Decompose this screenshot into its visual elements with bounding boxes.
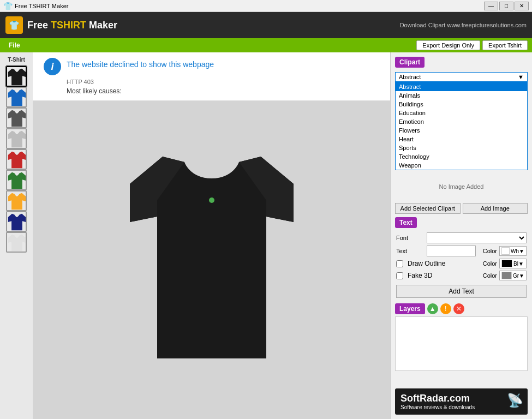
menu-bar: File Export Design Only Export Tshirt [0, 38, 532, 52]
satellite-icon: 📡 [507, 393, 523, 408]
tshirt-display [108, 129, 315, 391]
menu-buttons: Export Design Only Export Tshirt [416, 40, 528, 50]
clipart-category-dropdown[interactable]: Abstract ▼ [395, 72, 528, 82]
text-section: Text Font Arial Times New Roman Text Col… [395, 217, 528, 300]
logo-tshirt: TSHIRT [51, 20, 86, 31]
watermark-title: SoftRadar.com [401, 393, 522, 404]
header-url: www.freepicturesolutions.com [447, 22, 527, 28]
clipart-category-education[interactable]: Education [396, 109, 527, 117]
main-content: T-Shirt i The website declined to show t… [0, 52, 532, 419]
error-title: The website declined to show this webpag… [67, 60, 214, 69]
fake3d-color-label: Color [478, 272, 497, 279]
clipart-buttons: Add Selected Clipart Add Image [395, 203, 528, 214]
watermark-subtitle: Software reviews & downloads [401, 404, 522, 410]
clipart-selected-value: Abstract [399, 74, 421, 80]
export-tshirt-button[interactable]: Export Tshirt [482, 40, 528, 50]
layer-delete-button[interactable]: ✕ [453, 303, 464, 314]
error-sub: HTTP 403 [67, 79, 379, 85]
chevron-down-icon: ▼ [518, 74, 524, 80]
add-image-button[interactable]: Add Image [463, 203, 528, 214]
no-image-text: No Image Added [395, 172, 528, 201]
tshirt-svg [119, 146, 304, 375]
clipart-section: Clipart Abstract ▼ AbstractAnimalsBuildi… [395, 57, 528, 214]
right-panel: Clipart Abstract ▼ AbstractAnimalsBuildi… [390, 52, 532, 419]
window-controls: — □ ✕ [484, 2, 529, 10]
draw-outline-checkbox[interactable] [396, 260, 403, 267]
export-design-button[interactable]: Export Design Only [416, 40, 480, 50]
fake3d-row: Fake 3D Color Gr ▼ [396, 271, 527, 280]
logo-free: Free [27, 20, 51, 31]
tshirt-color-swatch-light gray[interactable] [6, 128, 27, 149]
tshirt-color-swatch-blue[interactable] [6, 87, 27, 107]
tshirt-color-swatch-yellow[interactable] [6, 190, 27, 211]
maximize-button[interactable]: □ [499, 2, 513, 10]
tshirt-color-swatch-red[interactable] [6, 149, 27, 170]
outline-color-selector[interactable]: Bl ▼ [499, 259, 527, 268]
title-bar: 👕 Free TSHIRT Maker — □ ✕ [0, 0, 532, 12]
text-color-preview [501, 247, 510, 255]
tshirt-color-swatch-gray[interactable] [6, 107, 27, 128]
browser-error: i The website declined to show this webp… [33, 52, 390, 101]
logo-icon: 👕 [5, 16, 23, 34]
color-swatches [6, 66, 27, 253]
fake3d-color-selector[interactable]: Gr ▼ [499, 271, 527, 280]
svg-point-0 [209, 197, 214, 203]
error-detail: Most likely causes: [67, 87, 379, 95]
clipart-category-animals[interactable]: Animals [396, 91, 527, 100]
close-button[interactable]: ✕ [515, 2, 529, 10]
title-text: Free TSHIRT Maker [15, 3, 68, 9]
tshirt-color-swatch-green[interactable] [6, 170, 27, 190]
outline-color-chevron: ▼ [518, 261, 524, 267]
logo-maker: Maker [86, 20, 117, 31]
clipart-category-technology[interactable]: Technology [396, 152, 527, 161]
app-title: 👕 Free TSHIRT Maker [3, 2, 68, 10]
text-label: Text [396, 248, 425, 254]
fake3d-color-chevron: ▼ [519, 273, 524, 279]
clipart-category-sports[interactable]: Sports [396, 143, 527, 152]
font-select[interactable]: Arial Times New Roman [427, 232, 527, 243]
download-clipart-link[interactable]: Download Clipart [400, 22, 446, 28]
canvas-area: i The website declined to show this webp… [33, 52, 390, 419]
clipart-category-heart[interactable]: Heart [396, 135, 527, 143]
font-label: Font [396, 235, 425, 241]
tshirt-color-swatch-black[interactable] [6, 66, 27, 87]
layers-content [395, 316, 528, 371]
logo-text: Free TSHIRT Maker [27, 20, 117, 31]
clipart-category-weapon[interactable]: Weapon [396, 161, 527, 170]
layers-header: Layers ▲ ! ✕ [395, 303, 528, 314]
tshirt-canvas [33, 101, 390, 419]
outline-color-preview [501, 260, 512, 267]
layer-up-button[interactable]: ▲ [427, 303, 438, 314]
info-icon: i [44, 58, 61, 75]
watermark: SoftRadar.com Software reviews & downloa… [395, 388, 528, 415]
text-color-selector[interactable]: Wh ▼ [499, 246, 527, 256]
fake3d-label: Fake 3D [408, 272, 432, 279]
layers-section-label: Layers [395, 303, 425, 314]
clipart-category-buildings[interactable]: Buildings [396, 100, 527, 109]
tshirt-label: T-Shirt [8, 57, 25, 63]
text-section-label: Text [395, 217, 417, 228]
text-color-name: Wh [511, 248, 519, 254]
fake3d-color-preview [501, 272, 512, 279]
clipart-category-emoticon[interactable]: Emoticon [396, 117, 527, 126]
file-menu[interactable]: File [4, 40, 25, 50]
add-selected-clipart-button[interactable]: Add Selected Clipart [395, 203, 461, 214]
tshirt-color-swatch-navy[interactable] [6, 211, 27, 232]
fake3d-checkbox[interactable] [396, 272, 403, 279]
header-link[interactable]: Download Clipart www.freepicturesolution… [400, 22, 527, 28]
minimize-button[interactable]: — [484, 2, 498, 10]
layer-warn-button[interactable]: ! [440, 303, 451, 314]
text-input[interactable] [427, 246, 476, 256]
text-input-row: Text Color Wh ▼ [396, 246, 527, 256]
tshirt-color-swatch-white[interactable] [6, 232, 27, 253]
outline-color-name: Bl [513, 261, 518, 267]
text-color-chevron: ▼ [519, 248, 524, 254]
clipart-category-abstract[interactable]: Abstract [396, 82, 527, 91]
clipart-section-label: Clipart [395, 57, 425, 68]
color-bar: T-Shirt [0, 52, 33, 419]
logo: 👕 Free TSHIRT Maker [5, 16, 117, 34]
outline-color-label: Color [478, 260, 497, 267]
clipart-category-flowers[interactable]: Flowers [396, 126, 527, 135]
app-header: 👕 Free TSHIRT Maker Download Clipart www… [0, 12, 532, 38]
add-text-button[interactable]: Add Text [396, 285, 527, 298]
